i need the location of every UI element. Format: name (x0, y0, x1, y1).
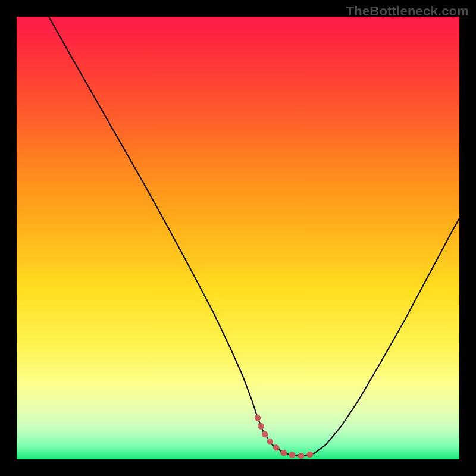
watermark-text: TheBottleneck.com (346, 4, 469, 19)
curve-svg (17, 17, 459, 459)
chart-stage: TheBottleneck.com (0, 0, 476, 476)
plot-area (17, 17, 459, 459)
flat-bottom-marker (258, 418, 314, 456)
bottleneck-curve (49, 17, 459, 456)
